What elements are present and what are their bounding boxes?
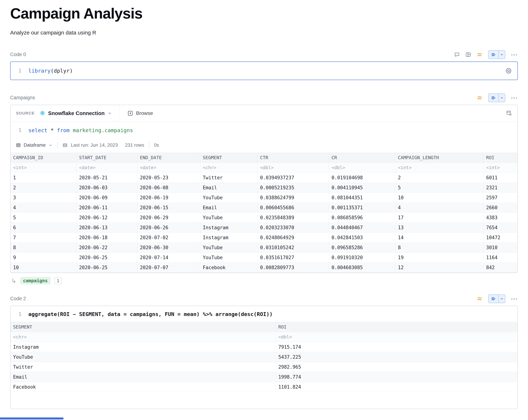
run-options-chevron-icon[interactable] [498, 295, 505, 303]
table-cell: 0.0388624799 [257, 193, 329, 203]
column-type: <chr> [11, 332, 276, 342]
table-row: 12020-05-212020-05-23Twitter0.0394937237… [11, 173, 517, 182]
source-bar: SOURCE ❄ Snowflake Connection [11, 105, 517, 122]
column-type: <date> [76, 163, 137, 173]
table-cell: 5437.225 [276, 352, 517, 362]
table-cell: 0.0248064929 [257, 233, 329, 242]
table-cell: YouTube [11, 352, 276, 362]
run-play-icon[interactable] [489, 51, 498, 59]
kernel-status-icon [505, 67, 512, 74]
aggregate-table: SEGMENTROI<chr><dbl>Instagram7915.174You… [11, 322, 517, 392]
table-row: Twitter2982.965 [11, 362, 517, 372]
run-options-chevron-icon[interactable] [498, 94, 505, 102]
table-cell: 0.0060455686 [257, 203, 329, 213]
table-cell: 2020-06-03 [76, 182, 137, 193]
column-header-roi[interactable]: ROI [276, 322, 517, 332]
stale-indicator-icon [477, 95, 483, 101]
table-cell: 0.081044351 [329, 193, 395, 203]
cell-label-code0[interactable]: Code 0 [10, 52, 26, 57]
divider [149, 142, 149, 148]
sql-code-line: select * from marketing.campaigns [28, 127, 133, 133]
chevron-down-icon[interactable] [108, 111, 112, 115]
column-type-row: <chr><dbl> [11, 332, 517, 342]
table-cell: Facebook [200, 262, 257, 272]
notebook-page: Campaign Analysis Analyze our campaign d… [0, 5, 528, 409]
line-number: 1 [16, 127, 22, 133]
table-cell: 6 [11, 223, 76, 233]
column-header-start_date[interactable]: START_DATE [76, 153, 137, 163]
horizontal-scrollbar-thumb[interactable] [0, 418, 64, 420]
table-cell: 8 [395, 242, 483, 252]
run-button[interactable] [488, 295, 505, 303]
column-header-ctr[interactable]: CTR [257, 153, 329, 163]
table-cell: Email [200, 182, 257, 193]
column-type: <dbl> [329, 163, 395, 173]
cell-label-code2[interactable]: Code 2 [10, 296, 26, 301]
cell-label-campaigns[interactable]: Campaigns [10, 95, 35, 101]
table-cell: 2 [11, 182, 76, 193]
connection-selector[interactable]: Snowflake Connection [48, 110, 105, 116]
table-row: YouTube5437.225 [11, 352, 517, 362]
table-header-row: CAMPAIGN_IDSTART_DATEEND_DATESEGMENTCTRC… [11, 153, 517, 163]
column-header-segment[interactable]: SEGMENT [11, 322, 276, 332]
table-cell: 2020-06-30 [137, 242, 200, 252]
table-cell: 12 [395, 262, 483, 272]
table-cell: Facebook [11, 382, 276, 392]
table-cell: Instagram [200, 233, 257, 242]
column-header-roi[interactable]: ROI [483, 153, 517, 163]
table-cell: 5 [395, 182, 483, 193]
line-number: 1 [16, 68, 22, 74]
cell-actions: ⋯ [477, 295, 518, 303]
table-cell: 10 [395, 193, 483, 203]
comment-icon[interactable] [454, 52, 460, 57]
table-cell: 1164 [483, 252, 517, 262]
cell-actions: ⋯ [477, 93, 518, 102]
sql-editor[interactable]: 1 select * from marketing.campaigns [11, 122, 517, 138]
output-variable-badge[interactable]: campaigns [20, 277, 50, 284]
table-cell: 0.0203233070 [257, 223, 329, 233]
layout-grid-icon[interactable] [465, 52, 471, 57]
code-editor-2[interactable]: 1 aggregate(ROI ~ SEGMENT, data = campai… [11, 306, 517, 322]
table-cell: 2020-06-29 [137, 213, 200, 223]
chevron-down-icon [48, 143, 52, 147]
last-run-text: Last run: Jun 14, 2023 [71, 142, 118, 148]
table-cell: 0.042841503 [329, 233, 395, 242]
table-cell: 4 [11, 203, 76, 213]
more-menu-icon[interactable]: ⋯ [511, 296, 518, 301]
table-cell: 2020-06-11 [76, 203, 137, 213]
run-button[interactable] [488, 50, 505, 59]
table-row: 92020-06-252020-07-14YouTube0.0351617027… [11, 252, 517, 262]
source-label: SOURCE [16, 111, 35, 116]
code-cell-0: Code 0 [10, 50, 518, 80]
run-play-icon[interactable] [489, 295, 498, 303]
more-menu-icon[interactable]: ⋯ [511, 96, 518, 100]
page-title: Campaign Analysis [10, 5, 518, 22]
code-editor-0[interactable]: 1 library(dplyr) [10, 62, 518, 80]
sql-cell-body: SOURCE ❄ Snowflake Connection [10, 105, 518, 273]
table-cell: 2020-06-12 [76, 213, 137, 223]
table-cell: 2597 [483, 193, 517, 203]
column-header-cr[interactable]: CR [329, 153, 395, 163]
run-play-icon[interactable] [489, 94, 498, 102]
table-cell: 0.044840467 [329, 223, 395, 233]
stale-indicator-icon [477, 52, 483, 58]
table-cell: 0.001135371 [329, 203, 395, 213]
table-cell: 2020-06-26 [137, 223, 200, 233]
table-cell: 3010 [483, 242, 517, 252]
more-menu-icon[interactable]: ⋯ [511, 52, 518, 57]
table-row: 102020-06-252020-07-07Facebook0.00828097… [11, 262, 517, 272]
schema-browser-icon[interactable] [506, 110, 512, 116]
dataframe-selector[interactable]: Dataframe [16, 142, 52, 148]
table-cell: 2020-05-23 [137, 173, 200, 182]
table-cell: 1101.824 [276, 382, 517, 392]
table-cell: 0.0005219235 [257, 182, 329, 193]
run-options-chevron-icon[interactable] [498, 51, 505, 59]
table-cell: 5 [11, 213, 76, 223]
run-button[interactable] [488, 93, 505, 102]
column-header-segment[interactable]: SEGMENT [200, 153, 257, 163]
column-header-campaign_length[interactable]: CAMPAIGN_LENGTH [395, 153, 483, 163]
column-header-campaign_id[interactable]: CAMPAIGN_ID [11, 153, 76, 163]
column-header-end_date[interactable]: END_DATE [137, 153, 200, 163]
table-cell: 0.0310105242 [257, 242, 329, 252]
browse-button[interactable]: Browse [120, 105, 153, 122]
